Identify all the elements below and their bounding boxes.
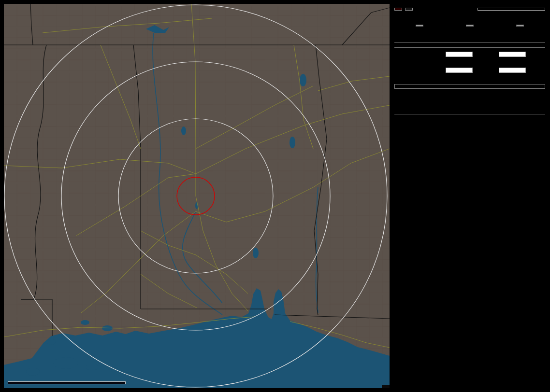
noise-indicator[interactable] [405, 8, 413, 11]
rate-counters [394, 21, 545, 34]
cg-plus-bar [446, 52, 473, 57]
lightning-map[interactable] [4, 4, 390, 388]
copyright-text [382, 385, 390, 388]
trend-graph [394, 136, 545, 263]
cg-minus-bar [499, 52, 526, 57]
intracloud-distribution [394, 68, 545, 77]
bearing-display [478, 8, 545, 11]
ic-minus-bar [499, 68, 526, 73]
ic-plus-bar [446, 68, 473, 73]
datetime-display [394, 84, 545, 89]
close-per-min-chip[interactable] [466, 25, 474, 27]
strikes-per-min-counter [394, 21, 445, 34]
trend-graph-row [394, 126, 545, 133]
strikes-per-min-chip[interactable] [416, 25, 423, 27]
status-grid [394, 89, 545, 105]
noises-per-min-chip[interactable] [516, 25, 524, 27]
cloud-ground-distribution [394, 52, 545, 61]
strike-indicator[interactable] [394, 8, 402, 11]
close-per-min-counter [445, 21, 495, 34]
map-legend [8, 381, 126, 384]
control-panel [393, 4, 546, 388]
distribution-title [394, 43, 545, 48]
stats-grid [394, 114, 545, 126]
noises-per-min-counter [495, 21, 545, 34]
stormvue-window [0, 0, 550, 392]
map-canvas [4, 4, 390, 388]
indicator-row [394, 4, 545, 11]
